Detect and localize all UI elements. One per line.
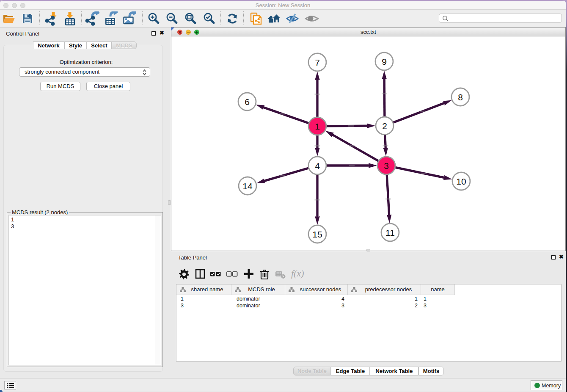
- svg-text:6: 6: [245, 97, 250, 107]
- svg-text:7: 7: [315, 58, 320, 67]
- svg-text:4: 4: [315, 161, 320, 171]
- svg-text:2: 2: [382, 121, 387, 131]
- svg-text:10: 10: [456, 177, 466, 186]
- svg-text:15: 15: [312, 229, 322, 239]
- svg-text:14: 14: [242, 181, 253, 191]
- svg-text:9: 9: [382, 57, 387, 66]
- svg-text:3: 3: [384, 161, 389, 171]
- svg-text:11: 11: [385, 228, 395, 237]
- svg-text:8: 8: [458, 92, 463, 102]
- svg-text:1: 1: [315, 121, 320, 131]
